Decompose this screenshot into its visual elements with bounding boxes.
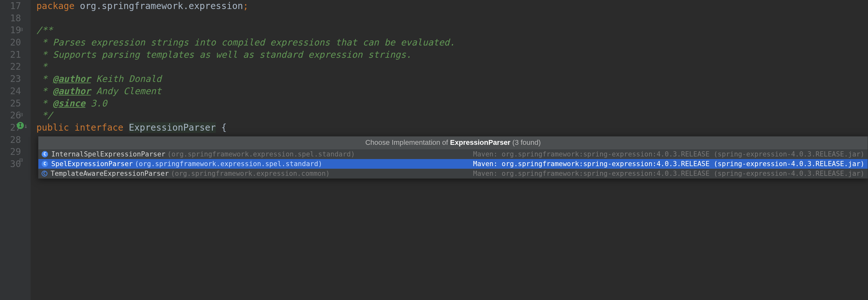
implementation-package: (org.springframework.expression.common) bbox=[171, 169, 330, 178]
line-number: 19 bbox=[0, 24, 21, 36]
line-gutter: 17 18 19 20 21 22 23 24 25 26 27 28 29 3… bbox=[0, 0, 31, 300]
package-name: org.springframework.expression bbox=[74, 1, 243, 11]
implementation-name: InternalSpelExpressionParser bbox=[51, 150, 165, 159]
implementation-name: SpelExpressionParser bbox=[51, 159, 133, 169]
keyword-package: package bbox=[36, 1, 74, 11]
keyword-public: public bbox=[36, 122, 69, 133]
line-number: 21 bbox=[0, 49, 21, 61]
implementation-source: Maven: org.springframework:spring-expres… bbox=[473, 150, 864, 159]
implementation-option[interactable]: CTemplateAwareExpressionParser (org.spri… bbox=[38, 169, 868, 178]
javadoc-author-tag: @author bbox=[53, 73, 91, 84]
implementation-name: TemplateAwareExpressionParser bbox=[51, 169, 169, 178]
line-number: 22 bbox=[0, 61, 21, 73]
line-number: 30 bbox=[0, 158, 21, 170]
implementation-source: Maven: org.springframework:spring-expres… bbox=[473, 159, 864, 169]
line-number: 29 bbox=[0, 146, 21, 158]
choose-implementation-popup[interactable]: Choose Implementation of ExpressionParse… bbox=[38, 136, 868, 179]
line-number: 26 bbox=[0, 109, 21, 122]
javadoc-line: * Supports parsing templates as well as … bbox=[36, 49, 411, 60]
javadoc-close: */ bbox=[36, 110, 53, 121]
interface-name[interactable]: ExpressionParser bbox=[129, 122, 216, 133]
javadoc-since-tag: @since bbox=[53, 98, 86, 109]
line-number: 23 bbox=[0, 73, 21, 85]
fold-toggle-icon[interactable]: ⊟ bbox=[19, 156, 23, 164]
implementation-package: (org.springframework.expression.spel.sta… bbox=[135, 159, 322, 169]
class-icon: C bbox=[41, 151, 48, 157]
line-number: 25 bbox=[0, 97, 21, 110]
javadoc-line: * Parses expression strings into compile… bbox=[36, 37, 455, 48]
line-number: 18 bbox=[0, 12, 21, 25]
semicolon: ; bbox=[243, 1, 249, 11]
popup-title: Choose Implementation of ExpressionParse… bbox=[38, 137, 868, 149]
keyword-interface: interface bbox=[69, 122, 129, 133]
class-icon: C bbox=[41, 171, 48, 176]
javadoc-since: 3.0 bbox=[86, 98, 107, 109]
line-number: 28 bbox=[0, 134, 21, 146]
fold-toggle-icon[interactable]: ⊟ bbox=[19, 111, 23, 118]
implementation-option[interactable]: CSpelExpressionParser (org.springframewo… bbox=[38, 159, 868, 169]
class-icon: C bbox=[41, 161, 48, 167]
implementations-gutter-icon[interactable]: I bbox=[17, 122, 24, 129]
javadoc-line: * bbox=[36, 61, 48, 72]
implementation-option[interactable]: CInternalSpelExpressionParser (org.sprin… bbox=[38, 149, 868, 159]
fold-toggle-icon[interactable]: ⊟ bbox=[19, 26, 23, 33]
javadoc-author-tag: @author bbox=[53, 86, 91, 96]
line-number: 24 bbox=[0, 85, 21, 97]
javadoc-open: /** bbox=[36, 25, 53, 35]
implementation-package: (org.springframework.expression.spel.sta… bbox=[167, 150, 355, 159]
javadoc-author: Andy Clement bbox=[91, 86, 161, 96]
line-number: 17 bbox=[0, 0, 21, 12]
javadoc-author: Keith Donald bbox=[91, 73, 161, 84]
line-number: 20 bbox=[0, 36, 21, 49]
open-brace: { bbox=[216, 122, 227, 133]
implementation-source: Maven: org.springframework:spring-expres… bbox=[473, 169, 864, 178]
